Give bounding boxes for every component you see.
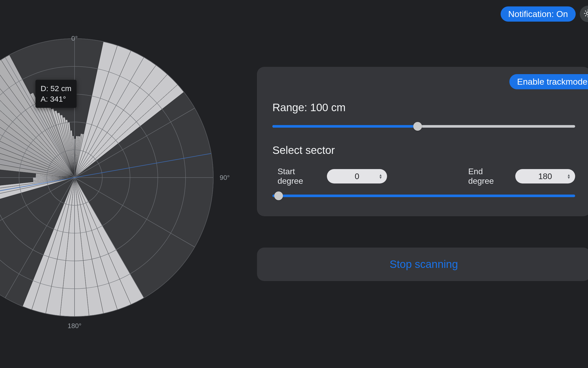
start-degree-input[interactable]: 0 ▲▼: [327, 169, 387, 183]
axis-label-180: 180°: [68, 322, 81, 330]
end-degree-input[interactable]: 180 ▲▼: [515, 169, 575, 183]
end-degree-value: 180: [538, 172, 552, 181]
svg-line-7: [585, 15, 586, 16]
svg-point-0: [586, 12, 588, 15]
start-degree-value: 0: [355, 172, 359, 181]
stepper-icon[interactable]: ▲▼: [379, 174, 382, 179]
axis-label-0: 0°: [71, 34, 78, 42]
stepper-icon[interactable]: ▲▼: [567, 174, 571, 179]
start-degree-label: Start degree: [278, 167, 320, 186]
axis-label-90: 90°: [220, 174, 230, 182]
notification-toggle[interactable]: Notification: On: [501, 6, 576, 22]
sector-title: Select sector: [272, 144, 575, 156]
sector-slider[interactable]: [272, 194, 575, 198]
controls-panel: Enable trackmode Range: 100 cm Select se…: [257, 67, 588, 216]
theme-toggle-button[interactable]: [580, 6, 588, 22]
end-degree-label: End degree: [468, 167, 508, 186]
sun-icon: [584, 9, 588, 19]
range-slider[interactable]: [272, 124, 575, 129]
stop-scanning-button[interactable]: Stop scanning: [257, 248, 588, 281]
svg-line-3: [585, 11, 586, 11]
enable-trackmode-button[interactable]: Enable trackmode: [509, 74, 588, 89]
radar-display[interactable]: 0° 90° 180° D: 52 cm A: 341°: [0, 36, 216, 319]
range-label: Range: 100 cm: [272, 101, 575, 114]
radar-tooltip: D: 52 cm A: 341°: [35, 80, 77, 108]
